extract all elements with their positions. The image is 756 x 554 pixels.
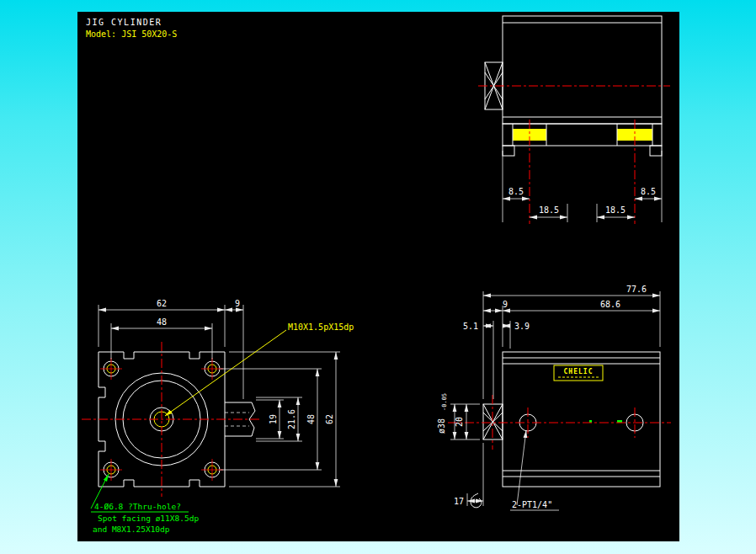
dim-17: 17: [454, 497, 464, 506]
top-view: 8.5 18.5 18.5 8.5: [478, 16, 670, 224]
dim-height-62: 62: [325, 414, 334, 424]
drawing-model: Model: JSI 50X20-S: [86, 29, 177, 39]
hole-callout-notes: 4-Ø6.8 ?Thru-hole? Spot facing ø11X8.5dp…: [91, 474, 199, 534]
dim-edge-right: 8.5: [641, 187, 656, 196]
dim-h216: 21.6: [287, 409, 296, 429]
thread-note: M10X1.5pX15dp: [288, 322, 354, 332]
dim-51: 5.1: [463, 322, 478, 331]
dim-20: 20: [455, 417, 464, 427]
hole-note-line2: Spot facing ø11X8.5dp: [98, 514, 199, 523]
top-view-body-outline: [503, 16, 662, 124]
brand-label: CHELIC: [554, 365, 603, 381]
dim-tongue-9: 9: [235, 299, 240, 308]
dim-width-62: 62: [157, 299, 167, 308]
cad-canvas: JIG CYLINDER Model: JSI 50X20-S: [77, 12, 679, 541]
side-view-top-dimensions: 77.6 9 68.6 5.1 3.9: [463, 285, 660, 399]
bolt-hole: [100, 358, 122, 380]
dim-rod-9: 9: [503, 300, 508, 309]
dim-edge-left: 8.5: [508, 187, 524, 196]
port-leader-line: [517, 430, 526, 505]
dim-rod-dia: ø38: [437, 418, 446, 434]
hole-note-line3: and M8X1.25X10dp: [93, 525, 170, 534]
hole-note-line1: 4-Ø6.8 ?Thru-hole?: [94, 502, 181, 511]
thread-leader-line: [165, 330, 286, 416]
desktop-background: { "window": { "canvas_background": "#000…: [0, 0, 756, 554]
dim-pitch-48: 48: [157, 317, 167, 327]
top-view-flange-band: [503, 124, 662, 156]
top-view-dimensions: 8.5 18.5 18.5 8.5: [503, 151, 662, 222]
wrench-hook-symbol: [471, 493, 482, 508]
dim-rod-dia-tol: -0.05: [441, 393, 448, 411]
thread-leader-note: M10X1.5pX15dp: [165, 322, 354, 416]
drawing-title: JIG CYLINDER: [86, 18, 162, 27]
dim-39: 3.9: [514, 322, 530, 331]
dim-pitch-right: 18.5: [605, 205, 626, 215]
title-block: JIG CYLINDER Model: JSI 50X20-S: [86, 18, 177, 39]
port-note: 2-PT1/4": [512, 500, 552, 509]
drawing-svg: JIG CYLINDER Model: JSI 50X20-S: [77, 12, 679, 541]
side-view-left-dimensions: 20 ø38 -0.05: [437, 393, 480, 439]
dim-total-776: 77.6: [626, 285, 647, 294]
bolt-hole: [100, 459, 122, 481]
dim-body-686: 68.6: [600, 300, 620, 309]
dim-pitch-left: 18.5: [539, 205, 559, 215]
brand-logo-text: CHELIC: [564, 368, 594, 376]
front-view-top-dimensions: 62 9 48: [98, 299, 243, 399]
front-view: 62 9 48 19 21.6 48 62 M10X1.5pX15dp: [82, 299, 354, 534]
side-view: CHELIC: [437, 285, 671, 510]
dim-h19: 19: [269, 414, 278, 424]
dim-vpitch-48: 48: [306, 414, 316, 424]
bolt-hole: [201, 459, 223, 481]
bolt-hole: [201, 358, 223, 380]
